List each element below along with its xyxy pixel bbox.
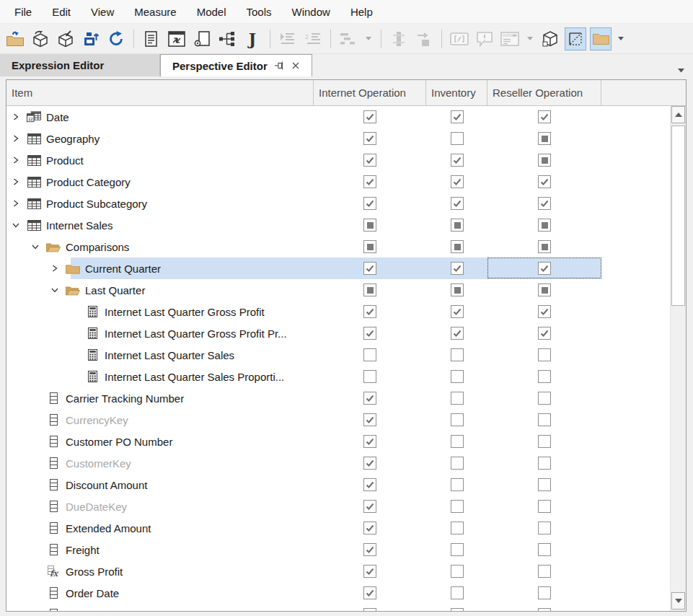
checkbox-reseller-operation[interactable] — [538, 413, 551, 426]
checkbox-internet-operation[interactable] — [363, 262, 376, 275]
checkbox-reseller-operation[interactable] — [538, 348, 551, 361]
checkbox-reseller-operation[interactable] — [538, 543, 551, 556]
checkbox-inventory[interactable] — [451, 478, 464, 491]
checkbox-reseller-operation[interactable] — [538, 500, 551, 513]
menu-view[interactable]: View — [81, 0, 124, 23]
tree-row[interactable]: Internet Last Quarter Gross Profit Pr... — [6, 322, 671, 344]
checkbox-internet-operation[interactable] — [363, 327, 376, 340]
checkbox-inventory[interactable] — [451, 175, 464, 188]
format-dax-button[interactable]: J — [242, 27, 263, 50]
tree-row[interactable]: fxGross Profit — [6, 560, 671, 582]
checkbox-inventory[interactable] — [451, 543, 464, 556]
scrollbar-thumb[interactable] — [671, 126, 685, 306]
checkbox-inventory[interactable] — [451, 132, 464, 145]
checkbox-inventory[interactable] — [451, 413, 464, 426]
checkbox-internet-operation[interactable] — [363, 110, 376, 123]
tree-row[interactable]: Carrier Tracking Number — [6, 387, 671, 409]
checkbox-reseller-operation[interactable] — [538, 327, 551, 340]
tree-row[interactable]: Internet Last Quarter Gross Profit — [6, 301, 671, 322]
tree-row[interactable]: 12Date — [6, 106, 671, 128]
checkbox-internet-operation[interactable] — [363, 608, 376, 611]
hierarchy-button[interactable] — [216, 27, 238, 50]
column-header-inventory[interactable]: Inventory — [426, 80, 487, 105]
checkbox-inventory[interactable] — [451, 500, 464, 513]
refresh-button[interactable] — [105, 27, 127, 50]
checkbox-reseller-operation[interactable] — [538, 110, 551, 123]
checkbox-internet-operation[interactable] — [363, 392, 376, 405]
checkbox-inventory[interactable] — [451, 348, 464, 361]
checkbox-internet-operation[interactable] — [363, 348, 376, 361]
tree-row[interactable]: Customer PO Number — [6, 431, 671, 452]
checkbox-inventory[interactable] — [451, 110, 464, 123]
checkbox-internet-operation[interactable] — [363, 457, 376, 470]
checkbox-reseller-operation[interactable] — [538, 435, 551, 448]
tree-row[interactable]: CurrencyKey — [6, 409, 671, 431]
tree-row[interactable]: Internet Last Quarter Sales — [6, 344, 671, 366]
expand-toggle[interactable] — [12, 198, 24, 209]
checkbox-inventory[interactable] — [451, 219, 464, 232]
expand-toggle[interactable] — [51, 284, 63, 296]
checkbox-reseller-operation[interactable] — [538, 262, 551, 275]
checkbox-reseller-operation[interactable] — [538, 154, 551, 167]
expand-toggle[interactable] — [12, 133, 24, 144]
menu-window[interactable]: Window — [282, 0, 340, 23]
toggle-hidden-objects-button[interactable] — [565, 27, 586, 50]
checkbox-internet-operation[interactable] — [363, 500, 376, 513]
pin-icon[interactable] — [274, 61, 285, 71]
checkbox-internet-operation[interactable] — [363, 413, 376, 426]
checkbox-inventory[interactable] — [451, 586, 464, 599]
checkbox-inventory[interactable] — [451, 522, 464, 534]
checkbox-internet-operation[interactable] — [363, 283, 376, 296]
checkbox-reseller-operation[interactable] — [538, 219, 551, 232]
column-header-internet-operation[interactable]: Internet Operation — [314, 80, 426, 105]
menu-measure[interactable]: Measure — [124, 0, 186, 23]
checkbox-inventory[interactable] — [451, 197, 464, 210]
checkbox-reseller-operation[interactable] — [538, 175, 551, 188]
perspectives-button[interactable] — [539, 27, 561, 50]
tab-expression-editor[interactable]: Expression Editor — [0, 54, 160, 76]
checkbox-internet-operation[interactable] — [363, 197, 376, 210]
expand-toggle[interactable] — [32, 241, 43, 252]
checkbox-inventory[interactable] — [451, 565, 464, 578]
checkbox-inventory[interactable] — [451, 327, 464, 340]
menu-help[interactable]: Help — [340, 0, 383, 23]
checkbox-inventory[interactable] — [451, 262, 464, 275]
checkbox-inventory[interactable] — [451, 283, 464, 296]
tree-row[interactable]: Product Subcategory — [6, 193, 671, 214]
import-model-button[interactable] — [55, 27, 76, 50]
checkbox-reseller-operation[interactable] — [538, 132, 551, 145]
checkbox-inventory[interactable] — [451, 154, 464, 167]
checkbox-internet-operation[interactable] — [363, 370, 376, 383]
column-header-item[interactable]: Item — [6, 80, 314, 105]
checkbox-reseller-operation[interactable] — [538, 478, 551, 491]
close-icon[interactable] — [291, 61, 300, 70]
tree-row[interactable]: Current Quarter — [6, 258, 671, 279]
checkbox-inventory[interactable] — [451, 370, 464, 383]
vertical-scrollbar[interactable] — [670, 106, 686, 611]
menu-model[interactable]: Model — [187, 0, 237, 23]
checkbox-internet-operation[interactable] — [363, 154, 376, 167]
checkbox-reseller-operation[interactable] — [538, 457, 551, 470]
tree-row[interactable]: Internet Last Quarter Sales Proporti... — [6, 366, 671, 387]
checkbox-inventory[interactable] — [451, 240, 464, 253]
checkbox-internet-operation[interactable] — [363, 543, 376, 556]
checkbox-internet-operation[interactable] — [363, 586, 376, 599]
tree-row[interactable]: Order Quantity — [6, 604, 671, 611]
tree-row[interactable]: Extended Amount — [6, 517, 671, 539]
tree-row[interactable]: Product Category — [6, 171, 671, 193]
checkbox-reseller-operation[interactable] — [538, 370, 551, 383]
checkbox-inventory[interactable] — [451, 305, 464, 318]
tab-perspective-editor[interactable]: Perspective Editor — [160, 54, 312, 76]
tree-row[interactable]: Freight — [6, 539, 671, 560]
checkbox-internet-operation[interactable] — [363, 565, 376, 578]
checkbox-reseller-operation[interactable] — [538, 608, 551, 611]
checkbox-internet-operation[interactable] — [363, 219, 376, 232]
scroll-down-button[interactable] — [671, 592, 685, 610]
tree-row[interactable]: Geography — [6, 128, 671, 149]
toggle-display-folders-button[interactable] — [590, 27, 612, 50]
scroll-up-button[interactable] — [671, 106, 685, 123]
new-calculated-item-button[interactable] — [191, 27, 213, 50]
checkbox-internet-operation[interactable] — [363, 240, 376, 253]
expand-toggle[interactable] — [12, 176, 24, 188]
checkbox-reseller-operation[interactable] — [538, 522, 551, 534]
